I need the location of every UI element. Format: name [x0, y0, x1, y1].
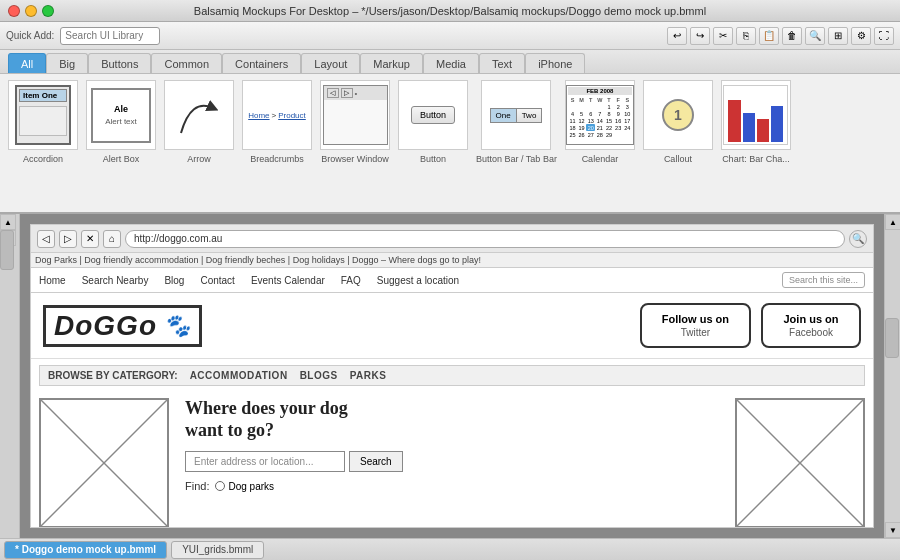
fullscreen-icon[interactable]: ⛶ — [874, 27, 894, 45]
mock-browser-search-icon[interactable]: 🔍 — [849, 230, 867, 248]
zoom-in-icon[interactable]: 🔍 — [805, 27, 825, 45]
toolbar: Quick Add: ↩ ↪ ✂ ⎘ 📋 🗑 🔍 ⊞ ⚙ ⛶ — [0, 22, 900, 50]
button-label: Button — [420, 154, 446, 164]
delete-icon[interactable]: 🗑 — [782, 27, 802, 45]
close-btn[interactable] — [8, 5, 20, 17]
paw-icon: 🐾 — [163, 313, 191, 339]
bottom-tab-yui[interactable]: YUI_grids.bmml — [171, 541, 264, 559]
dog-parks-radio[interactable] — [215, 481, 225, 491]
logo-text: DoGGo — [54, 310, 157, 342]
scroll-up-icon[interactable]: ▲ — [0, 214, 16, 230]
search-ui-input[interactable] — [60, 27, 160, 45]
titlebar: Balsamiq Mockups For Desktop – */Users/j… — [0, 0, 900, 22]
palette-item-button[interactable]: Button Button — [398, 80, 468, 206]
right-scroll-up-icon[interactable]: ▲ — [885, 214, 900, 230]
bottom-tab-doggo-label: * Doggo demo mock up.bmml — [15, 544, 156, 555]
browse-accommodation[interactable]: ACCOMMODATION — [190, 370, 288, 381]
back-arrow: ◁ — [327, 88, 339, 98]
palette-scroll: Item One Accordion Ale Alert text Alert … — [0, 74, 900, 212]
join-label: Join us on — [784, 313, 839, 325]
left-scroll-thumb[interactable] — [0, 230, 14, 270]
browse-parks[interactable]: PARKS — [350, 370, 387, 381]
undo-icon[interactable]: ↩ — [667, 27, 687, 45]
follow-label: Follow us on — [662, 313, 729, 325]
nav-events[interactable]: Events Calendar — [251, 275, 325, 286]
bottom-tab-doggo[interactable]: * Doggo demo mock up.bmml — [4, 541, 167, 559]
join-facebook-button[interactable]: Join us on Facebook — [761, 303, 861, 348]
palette: Item One Accordion Ale Alert text Alert … — [0, 74, 900, 214]
palette-item-browser[interactable]: ◁ ▷ • Browser Window — [320, 80, 390, 206]
nav-blog[interactable]: Blog — [164, 275, 184, 286]
chart-label: Chart: Bar Cha... — [722, 154, 790, 164]
twitter-label: Twitter — [681, 327, 710, 338]
tab-iphone[interactable]: iPhone — [525, 53, 585, 73]
right-scroll-thumb[interactable] — [885, 318, 899, 358]
tab-media[interactable]: Media — [423, 53, 479, 73]
grid-icon[interactable]: ⊞ — [828, 27, 848, 45]
tab-buttons[interactable]: Buttons — [88, 53, 151, 73]
mock-url-bar[interactable]: http://doggo.com.au — [125, 230, 845, 248]
cut-icon[interactable]: ✂ — [713, 27, 733, 45]
nav-faq[interactable]: FAQ — [341, 275, 361, 286]
copy-icon[interactable]: ⎘ — [736, 27, 756, 45]
search-button[interactable]: Search — [349, 451, 403, 472]
nav-search-input[interactable]: Search this site... — [782, 272, 865, 288]
palette-item-chart[interactable]: Chart: Bar Cha... — [721, 80, 791, 206]
browser-preview: ◁ ▷ • — [320, 80, 390, 150]
tab-all[interactable]: All — [8, 53, 46, 73]
palette-item-buttonbar[interactable]: One Two Button Bar / Tab Bar — [476, 80, 557, 206]
tab-text[interactable]: Text — [479, 53, 525, 73]
mock-browser-bar: ◁ ▷ ✕ ⌂ http://doggo.com.au 🔍 — [31, 225, 873, 253]
nav-search-nearby[interactable]: Search Nearby — [82, 275, 149, 286]
dog-parks-option[interactable]: Dog parks — [215, 481, 274, 492]
mock-home-button[interactable]: ⌂ — [103, 230, 121, 248]
main-area: ▲ ▼ ◁ ▷ ✕ ⌂ http://doggo.com.au 🔍 Dog Pa… — [0, 214, 900, 538]
tab-markup[interactable]: Markup — [360, 53, 423, 73]
tab-common[interactable]: Common — [151, 53, 222, 73]
right-scroll-down-icon[interactable]: ▼ — [885, 522, 900, 538]
buttonbar-label: Button Bar / Tab Bar — [476, 154, 557, 164]
tab-layout[interactable]: Layout — [301, 53, 360, 73]
mock-hero: DoGGo 🐾 Follow us on Twitter Join us on … — [31, 293, 873, 359]
settings-icon[interactable]: ⚙ — [851, 27, 871, 45]
maximize-btn[interactable] — [42, 5, 54, 17]
follow-twitter-button[interactable]: Follow us on Twitter — [640, 303, 751, 348]
tabs-row: All Big Buttons Common Containers Layout… — [0, 50, 900, 74]
palette-item-callout[interactable]: 1 Callout — [643, 80, 713, 206]
forward-arrow: ▷ — [341, 88, 353, 98]
palette-item-accordion[interactable]: Item One Accordion — [8, 80, 78, 206]
paste-icon[interactable]: 📋 — [759, 27, 779, 45]
mock-back-button[interactable]: ◁ — [37, 230, 55, 248]
mock-content: Where does your dog want to go? Enter ad… — [31, 392, 873, 528]
chart-bar-2 — [743, 113, 755, 142]
nav-contact[interactable]: Contact — [200, 275, 234, 286]
chart-bar-4 — [771, 106, 783, 142]
mock-browse-bar: BROWSE BY CATERGORY: ACCOMMODATION BLOGS… — [39, 365, 865, 386]
browse-by-label: BROWSE BY CATERGORY: — [48, 370, 178, 381]
calendar-label: Calendar — [582, 154, 619, 164]
alertbox-preview: Ale Alert text — [86, 80, 156, 150]
nav-suggest[interactable]: Suggest a location — [377, 275, 459, 286]
nav-home[interactable]: Home — [39, 275, 66, 286]
chart-bar-1 — [728, 100, 740, 142]
calendar-preview: FEB 2008 S M T W T F S 1 2 — [565, 80, 635, 150]
facebook-label: Facebook — [789, 327, 833, 338]
palette-item-arrow[interactable]: Arrow — [164, 80, 234, 206]
palette-item-alertbox[interactable]: Ale Alert text Alert Box — [86, 80, 156, 206]
mock-stop-button[interactable]: ✕ — [81, 230, 99, 248]
toolbar-icons: ↩ ↪ ✂ ⎘ 📋 🗑 🔍 ⊞ ⚙ ⛶ — [667, 27, 894, 45]
browser-label: Browser Window — [321, 154, 389, 164]
location-input[interactable]: Enter address or location... — [185, 451, 345, 472]
tab-containers[interactable]: Containers — [222, 53, 301, 73]
tab-big[interactable]: Big — [46, 53, 88, 73]
palette-item-calendar[interactable]: FEB 2008 S M T W T F S 1 2 — [565, 80, 635, 206]
redo-icon[interactable]: ↪ — [690, 27, 710, 45]
search-heading: Where does your dog want to go? — [185, 398, 719, 441]
btnbar-one: One — [490, 108, 517, 123]
minimize-btn[interactable] — [25, 5, 37, 17]
mock-forward-button[interactable]: ▷ — [59, 230, 77, 248]
accordion-item-label: Item One — [19, 89, 67, 102]
left-image-placeholder — [39, 398, 169, 528]
browse-blogs[interactable]: BLOGS — [300, 370, 338, 381]
palette-item-breadcrumbs[interactable]: Home > Product Breadcrumbs — [242, 80, 312, 206]
